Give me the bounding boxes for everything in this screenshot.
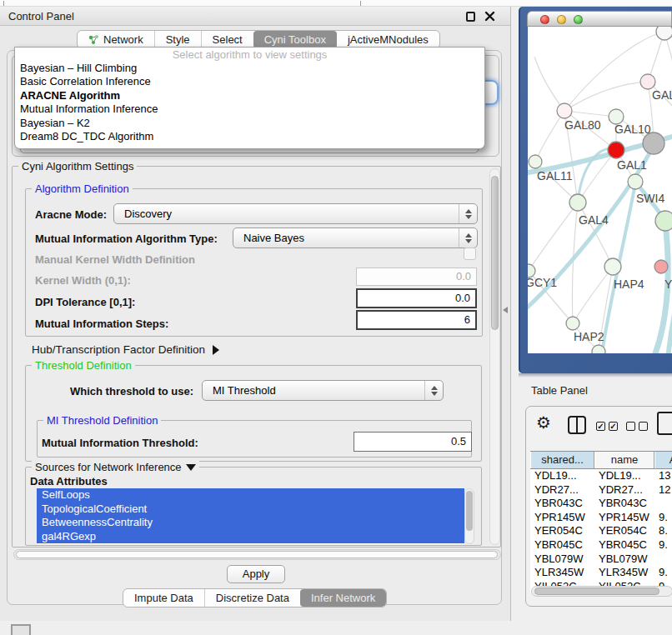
table-cell: YBL079W: [530, 552, 594, 567]
network-node-label: GAL: [652, 88, 672, 102]
network-canvas[interactable]: GALGAL80GAL10GAL1GAL11SWI4GAL4HAP4YGCY1H…: [528, 27, 672, 353]
dpi-tolerance-field[interactable]: 0.0: [356, 288, 477, 308]
close-icon[interactable]: [484, 11, 495, 22]
table-row[interactable]: YBR043CYBR043C: [530, 497, 672, 511]
hub-definition-label: Hub/Transcription Factor Definition: [32, 343, 205, 356]
attributes-list-scroll-thumb[interactable]: [466, 491, 473, 531]
network-node-gal4[interactable]: [569, 194, 586, 211]
mi-steps-field[interactable]: 6: [356, 310, 477, 330]
algorithm-option-bayesian-hill-climbing[interactable]: Bayesian – Hill Climbing: [15, 62, 484, 75]
table-row[interactable]: YDR27...YDR27...12: [530, 483, 672, 498]
attributes-list-scrollbar[interactable]: [464, 488, 474, 544]
table-panel: ⚙ ✓✓ shared...nameA YDL19...YDL19...13YD…: [525, 406, 672, 607]
network-node-y[interactable]: [654, 260, 668, 273]
settings-horizontal-scroll-thumb[interactable]: [16, 551, 498, 558]
algorithm-option-aracne-algorithm[interactable]: ARACNE Algorithm: [15, 89, 484, 102]
tab-label: Style: [166, 33, 190, 46]
tab-style[interactable]: Style: [154, 31, 201, 48]
tab-label: Infer Network: [311, 592, 375, 604]
aracne-mode-value: Discovery: [124, 204, 172, 223]
network-edge[interactable]: [535, 111, 564, 162]
tab-label: Impute Data: [134, 592, 193, 604]
apply-button[interactable]: Apply: [227, 565, 285, 583]
table-header-cell-a[interactable]: A: [654, 452, 672, 468]
algorithm-option-dream8-dc-tdc-algorithm[interactable]: Dream8 DC_TDC Algorithm: [15, 130, 484, 143]
data-attribute-item-selfloops[interactable]: SelfLoops: [37, 488, 464, 502]
table-horizontal-scrollbar[interactable]: [531, 586, 672, 597]
aracne-mode-combo[interactable]: Discovery: [113, 203, 478, 224]
network-node[interactable]: [592, 345, 605, 353]
float-window-icon[interactable]: [466, 12, 475, 22]
algorithm-option-bayesian-k2[interactable]: Bayesian – K2: [15, 117, 484, 130]
table-cell: 12: [654, 483, 672, 498]
algorithm-option-basic-correlation-inference[interactable]: Basic Correlation Inference: [15, 75, 484, 88]
mi-algorithm-type-combo[interactable]: Naive Bayes: [233, 228, 478, 248]
table-cell: 9.: [654, 511, 672, 525]
kernel-width-field: 0.0: [356, 268, 477, 286]
table-row[interactable]: YLR345WYLR345W9.: [530, 566, 672, 580]
algorithm-option-mutual-information-inference[interactable]: Mutual Information Inference: [15, 102, 484, 116]
tab-network[interactable]: Network: [78, 31, 154, 48]
table-cell: YDR27...: [594, 483, 654, 498]
tab-label: jActiveMNodules: [348, 33, 429, 46]
columns-icon[interactable]: [568, 416, 586, 434]
table-header-cell-shared[interactable]: shared...: [530, 452, 594, 468]
network-node-hap2[interactable]: [566, 317, 579, 330]
table-header-cell-name[interactable]: name: [594, 452, 654, 468]
mi-algorithm-type-label: Mutual Information Algorithm Type:: [35, 232, 218, 245]
settings-vertical-scroll-thumb[interactable]: [491, 176, 499, 330]
table-row[interactable]: YBL079WYBL079W: [530, 552, 672, 567]
table-row[interactable]: YBR045CYBR045C9.: [530, 538, 672, 552]
network-node-gal80[interactable]: [557, 103, 572, 118]
table-cell: [654, 497, 672, 511]
tab-infer-network[interactable]: Infer Network: [300, 589, 386, 607]
sources-group-title[interactable]: Sources for Network Inference: [32, 461, 199, 473]
network-edge[interactable]: [573, 267, 613, 323]
network-node-gal[interactable]: [640, 74, 655, 89]
network-node-label: GAL1: [617, 158, 647, 172]
table-row[interactable]: YDL19...YDL19...13: [530, 469, 672, 483]
control-panel-titlebar: Control Panel: [0, 7, 510, 26]
tab-select[interactable]: Select: [201, 31, 253, 48]
network-node-hap4[interactable]: [604, 258, 621, 275]
network-node-label: HAP2: [574, 330, 604, 343]
select-all-checkboxes-icon[interactable]: ✓✓: [596, 422, 618, 431]
hub-definition-expander[interactable]: Hub/Transcription Factor Definition: [32, 343, 219, 356]
minimize-traffic-light-icon[interactable]: [557, 15, 566, 24]
table-horizontal-scroll-thumb[interactable]: [534, 588, 659, 595]
data-attribute-item-betweennesscentrality[interactable]: BetweennessCentrality: [37, 516, 464, 530]
network-node-swi4[interactable]: [628, 174, 643, 189]
gear-icon[interactable]: ⚙: [536, 413, 551, 432]
tab-jactivemnodules[interactable]: jActiveMNodules: [337, 31, 439, 48]
zoom-traffic-light-icon[interactable]: [574, 15, 583, 24]
table-panel-title: Table Panel: [531, 384, 588, 397]
data-attribute-item-topologicalcoefficient[interactable]: TopologicalCoefficient: [37, 502, 464, 517]
table-row[interactable]: YPR145WYPR145W9.: [530, 511, 672, 525]
settings-vertical-scrollbar[interactable]: [489, 168, 500, 545]
mi-threshold-field[interactable]: 0.5: [354, 432, 472, 452]
deselect-all-checkboxes-icon[interactable]: [626, 422, 648, 431]
close-traffic-light-icon[interactable]: [540, 15, 549, 24]
panel-divider-grip[interactable]: [503, 307, 508, 313]
tab-cyni-toolbox[interactable]: Cyni Toolbox: [253, 31, 337, 48]
tab-label: Network: [103, 33, 143, 46]
manual-kernel-checkbox: [464, 248, 476, 260]
network-node-gal11[interactable]: [529, 155, 542, 168]
tab-impute-data[interactable]: Impute Data: [123, 589, 204, 607]
settings-horizontal-scrollbar[interactable]: [13, 549, 501, 560]
network-node[interactable]: [655, 211, 672, 231]
data-attributes-list[interactable]: SelfLoopsTopologicalCoefficientBetweenne…: [37, 488, 464, 544]
network-edge[interactable]: [572, 202, 578, 323]
network-node-label: SWI4: [636, 192, 664, 205]
network-node-gal1[interactable]: [608, 142, 624, 158]
network-edge[interactable]: [564, 32, 664, 111]
tab-discretize-data[interactable]: Discretize Data: [204, 589, 300, 607]
which-threshold-combo[interactable]: MI Threshold: [202, 380, 444, 401]
data-attribute-item-gal4rgexp[interactable]: gal4RGexp: [37, 530, 464, 544]
bottom-left-grip-icon[interactable]: [11, 624, 31, 635]
document-icon[interactable]: [657, 412, 672, 435]
network-node[interactable]: [656, 27, 672, 40]
mi-steps-label: Mutual Information Steps:: [35, 318, 168, 330]
table-row[interactable]: YER054CYER054C8.: [530, 524, 672, 538]
network-edge[interactable]: [534, 57, 564, 111]
